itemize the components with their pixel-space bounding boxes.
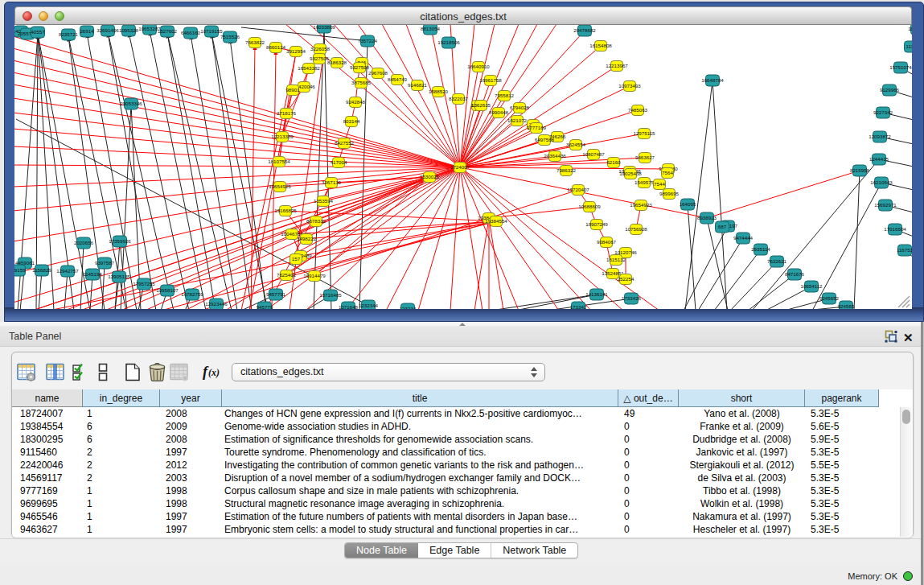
svg-text:7632621: 7632621 [767,258,787,264]
svg-text:9777169: 9777169 [527,125,547,130]
svg-text:10654112: 10654112 [800,283,823,289]
svg-text:16640910: 16640910 [467,64,490,69]
svg-text:173342: 173342 [570,304,587,309]
svg-text:7986322: 7986322 [556,167,577,173]
svg-text:945779: 945779 [257,304,273,309]
svg-text:9242848: 9242848 [346,99,366,105]
svg-text:9457791: 9457791 [266,291,286,297]
svg-text:1530025: 1530025 [420,174,440,179]
svg-text:16648784: 16648784 [701,77,724,83]
svg-text:8938923: 8938923 [697,215,717,220]
svg-text:8471676: 8471676 [785,271,805,277]
svg-text:16543382: 16543382 [298,65,320,71]
svg-text:20364436: 20364436 [544,153,566,159]
svg-text:9129966: 9129966 [880,87,900,93]
svg-text:2020656: 2020656 [74,240,94,245]
svg-text:7625402: 7625402 [277,272,297,278]
svg-text:1244415: 1244415 [869,156,889,162]
svg-text:9899695: 9899695 [659,191,680,196]
svg-text:12923446: 12923446 [205,301,228,307]
svg-text:16914479: 16914479 [303,273,326,278]
svg-text:10719155: 10719155 [200,28,223,34]
svg-text:8235721: 8235721 [59,31,79,37]
svg-text:1232344: 1232344 [359,303,379,308]
svg-text:10958107: 10958107 [156,287,179,293]
svg-text:1615132: 1615132 [606,257,626,262]
svg-text:19654925: 19654925 [269,183,291,189]
svg-text:1588520: 1588520 [429,89,449,94]
svg-text:3624554: 3624554 [566,142,586,147]
svg-text:12093872: 12093872 [869,134,891,139]
svg-text:9227342: 9227342 [873,109,893,115]
svg-text:9084067: 9084067 [597,239,617,245]
svg-text:6466160: 6466160 [181,30,201,35]
svg-text:16210643: 16210643 [870,179,893,185]
svg-text:924565: 924565 [838,303,855,309]
svg-text:1621072: 1621072 [507,117,528,123]
svg-text:12942757: 12942757 [56,268,79,274]
svg-text:16033809: 16033809 [313,25,335,30]
svg-text:1156829: 1156829 [32,267,51,273]
svg-text:1733426: 1733426 [622,295,642,301]
svg-text:18107554: 18107554 [268,159,290,164]
svg-text:12213967: 12213967 [606,63,628,68]
svg-text:17359926: 17359926 [109,238,131,244]
svg-text:8660124: 8660124 [266,44,286,50]
svg-text:15751074: 15751074 [889,64,912,70]
svg-text:1353594: 1353594 [314,198,334,204]
svg-text:417004: 417004 [331,159,347,165]
svg-text:157: 157 [292,256,301,262]
svg-text:19218506: 19218506 [437,39,460,45]
svg-text:3226058: 3226058 [310,46,331,51]
svg-text:10120746: 10120746 [614,249,637,255]
svg-text:6794028: 6794028 [510,105,530,110]
svg-text:16961758: 16961758 [479,77,502,83]
svg-text:1371648: 1371648 [339,304,359,309]
svg-text:9245652: 9245652 [819,295,840,301]
svg-text:1724007: 1724007 [450,164,470,170]
svg-text:10973493: 10973493 [618,83,641,89]
svg-text:9463627: 9463627 [635,154,655,160]
svg-text:29053346: 29053346 [120,101,142,106]
svg-text:1527602: 1527602 [158,28,178,34]
svg-text:7515526: 7515526 [220,34,240,39]
svg-text:7955812: 7955812 [495,93,515,98]
svg-text:10807487: 10807487 [582,151,605,157]
svg-text:8427552: 8427552 [335,140,355,146]
svg-text:(x): (x) [208,367,220,378]
svg-text:6497568: 6497568 [535,137,555,142]
svg-text:687: 687 [718,224,727,229]
svg-text:8186328: 8186328 [327,60,347,65]
svg-text:2967608: 2967608 [368,70,388,76]
svg-text:12905135: 12905135 [108,274,130,279]
svg-text:17957255: 17957255 [133,281,155,286]
svg-text:7544: 7544 [654,181,665,187]
svg-text:16154808: 16154808 [589,43,612,48]
svg-text:123234: 123234 [400,306,417,309]
svg-text:15720407: 15720407 [567,187,589,192]
svg-text:7485063: 7485063 [628,107,648,113]
svg-text:18907249: 18907249 [585,221,608,227]
svg-text:7663822: 7663822 [245,39,265,45]
svg-text:3912954: 3912954 [286,48,306,54]
svg-text:19384554: 19384554 [485,218,507,224]
svg-text:9397587: 9397587 [95,260,115,266]
svg-text:10025438: 10025438 [619,171,642,176]
svg-text:116753: 116753 [897,247,912,253]
svg-text:252254: 252254 [618,276,634,282]
svg-text:17016504: 17016504 [884,226,906,232]
svg-text:9327508: 9327508 [350,64,370,70]
svg-text:2935114: 2935114 [751,246,770,252]
svg-text:1549575: 1549575 [634,179,655,185]
svg-text:1145194: 1145194 [83,271,102,277]
svg-text:19166825: 19166825 [274,208,297,213]
svg-text:8454749: 8454749 [388,76,408,82]
svg-text:8322037: 8322037 [449,96,469,101]
svg-text:164095: 164095 [680,201,696,207]
svg-text:16782759: 16782759 [181,291,203,297]
svg-text:98901: 98901 [285,87,300,93]
svg-text:39159: 39159 [14,267,26,273]
svg-text:1095328: 1095328 [119,27,139,33]
svg-text:12213389: 12213389 [271,134,294,139]
svg-text:3875685: 3875685 [351,80,372,85]
